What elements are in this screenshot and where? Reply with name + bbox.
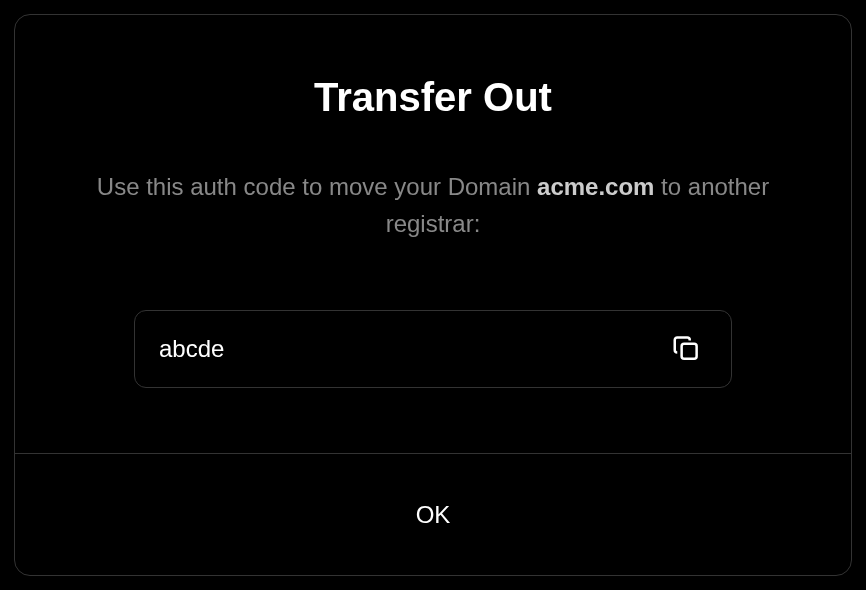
svg-rect-0 <box>682 344 697 359</box>
ok-button[interactable]: OK <box>15 454 851 575</box>
domain-name: acme.com <box>537 173 654 200</box>
modal-content: Transfer Out Use this auth code to move … <box>15 15 851 453</box>
auth-code-field: abcde <box>134 310 732 388</box>
modal-description: Use this auth code to move your Domain a… <box>65 168 801 242</box>
transfer-out-modal: Transfer Out Use this auth code to move … <box>14 14 852 576</box>
description-prefix: Use this auth code to move your Domain <box>97 173 537 200</box>
copy-button[interactable] <box>665 327 707 372</box>
copy-icon <box>671 333 701 366</box>
modal-footer: OK <box>15 453 851 575</box>
modal-title: Transfer Out <box>314 75 552 120</box>
auth-code-value: abcde <box>159 335 224 363</box>
